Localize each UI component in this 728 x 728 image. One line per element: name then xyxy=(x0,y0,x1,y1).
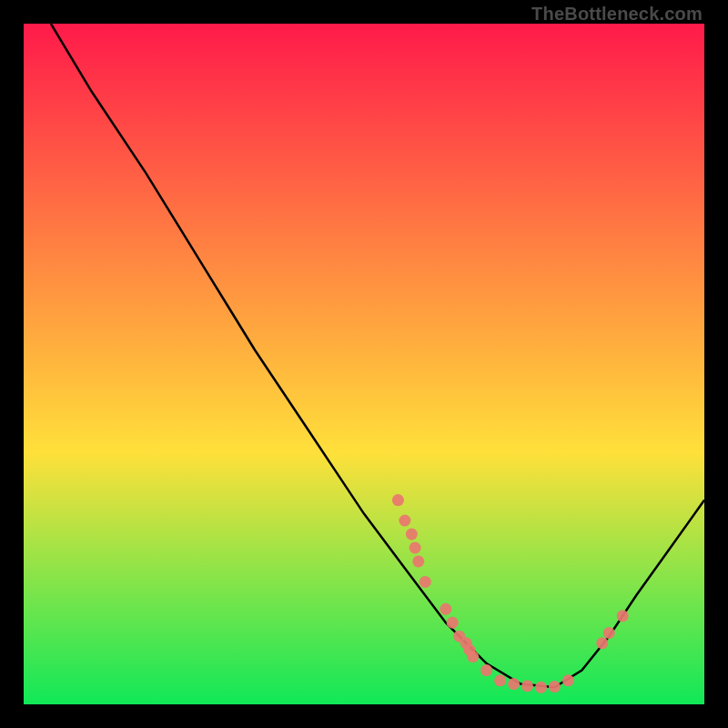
chart-frame xyxy=(24,24,704,704)
data-point xyxy=(596,637,608,649)
data-point xyxy=(406,529,418,541)
data-point xyxy=(410,542,421,554)
data-point xyxy=(440,603,451,615)
data-point xyxy=(521,680,533,692)
data-point xyxy=(447,617,459,629)
data-point xyxy=(412,555,424,567)
gradient-background xyxy=(24,24,704,704)
data-point xyxy=(480,664,492,676)
data-point xyxy=(562,674,574,686)
data-point xyxy=(494,674,506,686)
data-point xyxy=(617,610,629,622)
bottleneck-curve-chart xyxy=(24,24,704,704)
data-point xyxy=(467,651,479,662)
data-point xyxy=(508,678,520,690)
watermark-text: TheBottleneck.com xyxy=(531,4,703,25)
data-point xyxy=(392,494,404,506)
data-point xyxy=(535,682,547,693)
data-point xyxy=(399,515,410,527)
data-point xyxy=(603,627,615,639)
data-point xyxy=(549,681,561,693)
data-point xyxy=(420,576,431,588)
